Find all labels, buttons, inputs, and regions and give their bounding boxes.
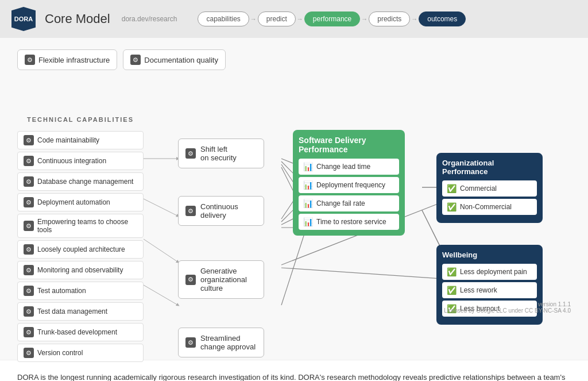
svg-line-13	[281, 268, 451, 279]
check-icon-commercial: ✅	[447, 184, 457, 193]
mid-generative-culture: ⚙ Generative organizational culture	[178, 260, 264, 299]
gear-icon-shift: ⚙	[185, 148, 196, 159]
technical-capabilities-column: TECHNICAL CAPABILITIES ⚙ Code maintainab…	[17, 113, 144, 364]
cap-empowering-teams: ⚙ Empowering teams to choose tools	[17, 214, 144, 238]
cap-trunk-based: ⚙ Trunk-based development	[17, 323, 144, 341]
check-icon-pain: ✅	[447, 267, 457, 276]
well-rework: ✅ Less rework	[442, 282, 537, 298]
wellbeing-title: Wellbeing	[442, 251, 537, 259]
documentation-quality-box: ⚙ Documentation quality	[123, 49, 226, 70]
gear-icon-loosely: ⚙	[24, 244, 34, 255]
cap-version-control: ⚙ Version control	[17, 344, 144, 362]
svg-line-1	[144, 199, 178, 216]
header: DORA Core Model dora.dev/research capabi…	[0, 0, 588, 38]
gear-icon-empower: ⚙	[24, 221, 34, 231]
logo-shape: DORA	[11, 7, 36, 31]
cap-database-change: ⚙ Database change management	[17, 172, 144, 191]
perf-deployment-frequency: 📊 Deployment frequency	[299, 177, 399, 193]
gear-icon-deploy: ⚙	[24, 197, 34, 207]
nav-outcomes[interactable]: outcomes	[419, 11, 466, 26]
gear-icon-flexible: ⚙	[25, 55, 35, 65]
gear-icon-db: ⚙	[24, 176, 34, 187]
check-icon-non-commercial: ✅	[447, 202, 457, 211]
gear-icon-trunk: ⚙	[24, 327, 34, 337]
nav-capabilities[interactable]: capabilities	[198, 11, 249, 26]
svg-line-2	[144, 239, 178, 262]
mid-continuous-delivery: ⚙ Continuous delivery	[178, 196, 264, 226]
dora-logo: DORA	[11, 7, 36, 31]
gear-icon-monitor: ⚙	[24, 265, 34, 275]
nav-predict[interactable]: predict	[258, 11, 296, 26]
gear-icon-doc: ⚙	[130, 55, 141, 65]
header-url: dora.dev/research	[122, 15, 177, 23]
well-deployment-pain: ✅ Less deployment pain	[442, 264, 537, 280]
version-text: version 1.1.1 Licensed by Google LLC und…	[444, 301, 571, 314]
diagram-area: ⚙ Flexible infrastructure ⚙ Documentatio…	[0, 38, 588, 360]
mid-shift-left: ⚙ Shift left on security	[178, 138, 264, 168]
cap-deployment-automation: ⚙ Deployment automation	[17, 193, 144, 211]
bar-icon-1: 📊	[303, 162, 313, 171]
gear-icon-gen: ⚙	[185, 275, 196, 285]
cap-loosely-coupled: ⚙ Loosely coupled architecture	[17, 240, 144, 259]
flexible-infrastructure-box: ⚙ Flexible infrastructure	[17, 49, 117, 70]
bar-icon-4: 📊	[303, 217, 313, 226]
organizational-performance-box: Organizational Performance ✅ Commercial …	[436, 153, 543, 223]
check-icon-rework: ✅	[447, 286, 457, 295]
org-performance-title: Organizational Performance	[442, 159, 537, 176]
org-non-commercial: ✅ Non-Commercial	[442, 199, 537, 215]
description-text: DORA is the longest running academically…	[17, 373, 565, 381]
cap-code-maintainability: ⚙ Code maintainability	[17, 131, 144, 149]
middle-capabilities: ⚙ Shift left on security ⚙ Continuous de…	[178, 138, 264, 357]
gear-icon-test-auto: ⚙	[24, 286, 34, 296]
gear-icon-streamlined: ⚙	[185, 337, 196, 348]
performance-title: Software Delivery Performance	[299, 136, 399, 154]
tech-capabilities-header: TECHNICAL CAPABILITIES	[17, 113, 144, 126]
nav-predicts[interactable]: predicts	[369, 11, 410, 26]
perf-time-restore: 📊 Time to restore service	[299, 214, 399, 230]
cap-test-data: ⚙ Test data management	[17, 302, 144, 321]
gear-icon-version: ⚙	[24, 348, 34, 358]
perf-change-fail-rate: 📊 Change fail rate	[299, 195, 399, 211]
top-boxes: ⚙ Flexible infrastructure ⚙ Documentatio…	[17, 49, 571, 70]
mid-streamlined-approval: ⚙ Streamlined change approval	[178, 328, 264, 357]
svg-line-3	[144, 285, 178, 305]
software-delivery-performance-box: Software Delivery Performance 📊 Change l…	[293, 130, 405, 236]
gear-icon-code: ⚙	[24, 135, 34, 145]
nav-performance[interactable]: performance	[304, 11, 360, 26]
header-nav: capabilities → predict → performance → p…	[198, 11, 466, 26]
page-title: Core Model	[45, 11, 110, 26]
cap-monitoring: ⚙ Monitoring and observability	[17, 261, 144, 279]
cap-continuous-integration: ⚙ Continuous integration	[17, 152, 144, 170]
org-commercial: ✅ Commercial	[442, 180, 537, 197]
gear-icon-ci: ⚙	[24, 156, 34, 166]
cap-test-automation: ⚙ Test automation	[17, 282, 144, 300]
perf-change-lead-time: 📊 Change lead time	[299, 159, 399, 175]
gear-icon-test-data: ⚙	[24, 306, 34, 317]
bar-icon-3: 📊	[303, 199, 313, 208]
gear-icon-cd: ⚙	[185, 206, 196, 216]
bar-icon-2: 📊	[303, 180, 313, 190]
